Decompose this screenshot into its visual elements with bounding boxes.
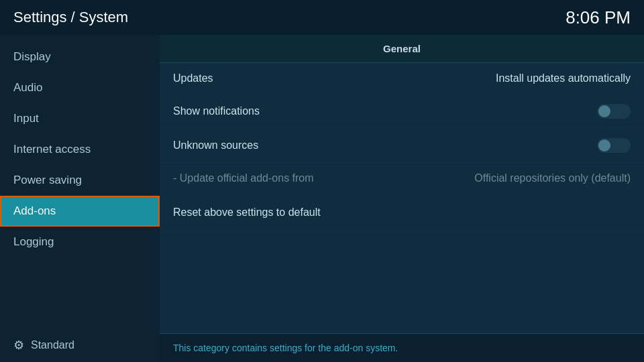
- content-area: General Updates Install updates automati…: [160, 35, 644, 362]
- show-notifications-label: Show notifications: [173, 105, 260, 117]
- settings-area: General Updates Install updates automati…: [160, 35, 644, 333]
- sidebar-item-internet-access[interactable]: Internet access: [0, 134, 160, 165]
- sidebar-footer: ⚙ Standard: [0, 328, 160, 362]
- sidebar-item-add-ons[interactable]: Add-ons: [0, 196, 160, 227]
- setting-row-show-notifications[interactable]: Show notifications: [160, 95, 644, 129]
- main-content: Display Audio Input Internet access Powe…: [0, 35, 644, 362]
- setting-row-unknown-sources[interactable]: Unknown sources: [160, 129, 644, 163]
- sidebar-item-display[interactable]: Display: [0, 42, 160, 72]
- sidebar-item-input[interactable]: Input: [0, 103, 160, 134]
- page-title: Settings / System: [13, 9, 128, 26]
- section-header: General: [160, 35, 644, 63]
- gear-icon: ⚙: [13, 338, 24, 353]
- sidebar-item-audio[interactable]: Audio: [0, 72, 160, 103]
- updates-value: Install updates automatically: [496, 72, 631, 84]
- update-addons-label: - Update official add-ons from: [173, 172, 314, 184]
- updates-label: Updates: [173, 72, 213, 84]
- sidebar: Display Audio Input Internet access Powe…: [0, 35, 160, 362]
- footer-text: This category contains settings for the …: [173, 343, 398, 353]
- clock: 8:06 PM: [566, 7, 631, 28]
- unknown-sources-toggle[interactable]: [597, 138, 631, 153]
- standard-label: Standard: [31, 339, 74, 351]
- footer-bar: This category contains settings for the …: [160, 333, 644, 362]
- unknown-sources-label: Unknown sources: [173, 139, 258, 152]
- show-notifications-toggle[interactable]: [597, 104, 631, 119]
- reset-label[interactable]: Reset above settings to default: [173, 206, 321, 218]
- update-addons-value: Official repositories only (default): [474, 172, 631, 184]
- setting-row-updates[interactable]: Updates Install updates automatically: [160, 63, 644, 95]
- sidebar-item-power-saving[interactable]: Power saving: [0, 165, 160, 196]
- toggle-knob: [598, 105, 610, 117]
- toggle-knob-2: [598, 139, 610, 152]
- reset-row[interactable]: Reset above settings to default: [160, 194, 644, 231]
- sidebar-item-logging[interactable]: Logging: [0, 227, 160, 257]
- setting-row-update-addons: - Update official add-ons from Official …: [160, 163, 644, 194]
- header: Settings / System 8:06 PM: [0, 0, 644, 35]
